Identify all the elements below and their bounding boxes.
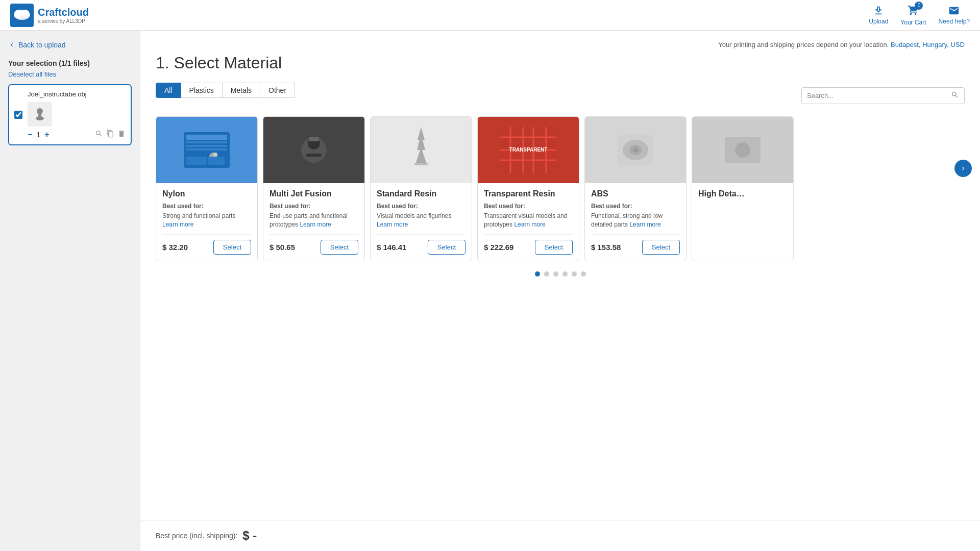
cards-row: Nylon Best used for: Strong and function… <box>156 116 965 261</box>
standard-resin-model-icon <box>388 122 454 178</box>
card-body-standard-resin: Standard Resin Best used for: Visual mod… <box>371 183 472 261</box>
svg-point-38 <box>735 142 750 158</box>
svg-point-2 <box>14 10 22 18</box>
delete-icon <box>117 130 126 138</box>
nylon-select-btn[interactable]: Select <box>213 240 251 255</box>
card-best-for-transparent-resin: Best used for: <box>484 203 573 210</box>
abs-learn-more[interactable]: Learn more <box>629 221 660 228</box>
deselect-link[interactable]: Deselect all files <box>8 70 132 78</box>
high-detail-model-icon <box>709 122 776 178</box>
filter-tab-other[interactable]: Other <box>260 83 295 98</box>
filter-tab-plastics[interactable]: Plastics <box>181 83 223 98</box>
card-best-for-mjf: Best used for: <box>270 203 358 210</box>
card-body-high-detail: High Deta… <box>692 183 793 209</box>
mjf-select-btn[interactable]: Select <box>321 240 358 255</box>
nylon-learn-more[interactable]: Learn more <box>162 221 193 228</box>
next-arrow[interactable] <box>954 160 972 177</box>
copy-btn[interactable] <box>106 130 114 139</box>
card-desc-nylon: Strong and functional parts Learn more <box>162 212 251 229</box>
transparent-resin-model-icon: TRANSPARENT <box>495 122 561 178</box>
file-3d-icon <box>32 106 48 122</box>
svg-marker-21 <box>416 127 426 163</box>
best-price-value: $ - <box>242 529 257 543</box>
abs-select-btn[interactable]: Select <box>642 240 680 255</box>
card-footer-mjf: $ 50.65 Select <box>270 234 358 255</box>
card-desc-transparent-resin: Transparent visual models and prototypes… <box>484 212 573 229</box>
qty-decrease-btn[interactable]: − <box>28 130 32 139</box>
card-desc-standard-resin: Visual models and figurines Learn more <box>377 212 465 229</box>
card-image-abs <box>585 117 686 183</box>
svg-rect-19 <box>306 154 322 157</box>
help-icon <box>948 5 960 16</box>
abs-model-icon <box>602 122 669 178</box>
cart-action[interactable]: 0 Your Cart <box>900 5 926 26</box>
dot-5[interactable] <box>572 271 577 277</box>
svg-point-3 <box>22 10 29 17</box>
card-image-high-detail <box>692 117 793 183</box>
back-link[interactable]: Back to upload <box>8 41 132 49</box>
standard-resin-price: $ 146.41 <box>377 243 406 252</box>
card-image-transparent-resin: TRANSPARENT <box>478 117 579 183</box>
svg-rect-13 <box>213 153 217 157</box>
file-qty: 1 <box>36 131 40 139</box>
dot-6[interactable] <box>581 271 586 277</box>
search-input[interactable] <box>807 92 951 99</box>
material-card-nylon: Nylon Best used for: Strong and function… <box>156 116 258 261</box>
svg-rect-22 <box>414 163 428 165</box>
card-title-abs: ABS <box>591 189 680 198</box>
svg-rect-9 <box>186 141 227 143</box>
dot-3[interactable] <box>553 271 558 277</box>
card-best-for-standard-resin: Best used for: <box>377 203 465 210</box>
card-best-for-nylon: Best used for: <box>162 203 251 210</box>
upload-action[interactable]: Upload <box>869 5 888 25</box>
zoom-icon <box>95 130 103 138</box>
qty-increase-btn[interactable]: + <box>44 130 49 139</box>
filter-tab-metals[interactable]: Metals <box>223 83 260 98</box>
nylon-model-icon <box>174 122 240 178</box>
card-title-transparent-resin: Transparent Resin <box>484 189 573 198</box>
abs-price: $ 153.58 <box>591 243 621 252</box>
standard-resin-learn-more[interactable]: Learn more <box>377 221 408 228</box>
card-body-nylon: Nylon Best used for: Strong and function… <box>156 183 257 261</box>
card-body-mjf: Multi Jet Fusion Best used for: End-use … <box>263 183 364 261</box>
help-label: Need help? <box>939 18 970 25</box>
logo: Craftcloud a service by ALL3DP <box>10 4 89 27</box>
filter-tab-all[interactable]: All <box>156 83 181 98</box>
logo-icon <box>10 4 34 27</box>
material-card-standard-resin: Standard Resin Best used for: Visual mod… <box>370 116 472 261</box>
location-link[interactable]: Budapest, Hungary, USD <box>891 41 965 48</box>
dot-2[interactable] <box>544 271 549 277</box>
main-content: Your printing and shipping prices depend… <box>140 31 980 551</box>
card-title-mjf: Multi Jet Fusion <box>270 189 358 198</box>
material-card-high-detail: High Deta… <box>692 116 794 261</box>
cart-badge-count: 0 <box>915 2 923 10</box>
card-title-nylon: Nylon <box>162 189 251 198</box>
card-footer-abs: $ 153.58 Select <box>591 234 680 255</box>
transparent-resin-learn-more[interactable]: Learn more <box>514 221 545 228</box>
dot-4[interactable] <box>562 271 568 277</box>
standard-resin-select-btn[interactable]: Select <box>428 240 465 255</box>
material-card-abs: ABS Best used for: Functional, strong an… <box>584 116 687 261</box>
file-checkbox[interactable] <box>14 111 22 119</box>
filter-row: All Plastics Metals Other <box>156 83 965 108</box>
svg-rect-11 <box>186 148 227 151</box>
dot-1[interactable] <box>535 271 540 277</box>
card-title-high-detail: High Deta… <box>698 189 787 198</box>
svg-rect-10 <box>186 145 227 147</box>
back-arrow-icon <box>8 41 15 48</box>
card-desc-mjf: End-use parts and functional prototypes … <box>270 212 358 229</box>
transparent-resin-select-btn[interactable]: Select <box>535 240 573 255</box>
logo-text: Craftcloud a service by ALL3DP <box>38 7 89 24</box>
delete-btn[interactable] <box>117 130 126 139</box>
zoom-btn[interactable] <box>95 130 103 139</box>
file-name: Joel_instructabe.obj <box>28 90 126 98</box>
help-action[interactable]: Need help? <box>939 5 970 25</box>
svg-rect-6 <box>38 114 41 118</box>
mjf-learn-more[interactable]: Learn more <box>300 221 331 228</box>
chevron-right-icon <box>960 165 967 172</box>
material-card-transparent-resin: TRANSPARENT Transparent Resin Best used … <box>477 116 579 261</box>
nylon-price: $ 32.20 <box>162 243 188 252</box>
header: Craftcloud a service by ALL3DP Upload 0 … <box>0 0 980 31</box>
logo-name: Craftcloud <box>38 7 89 18</box>
copy-icon <box>106 130 114 138</box>
